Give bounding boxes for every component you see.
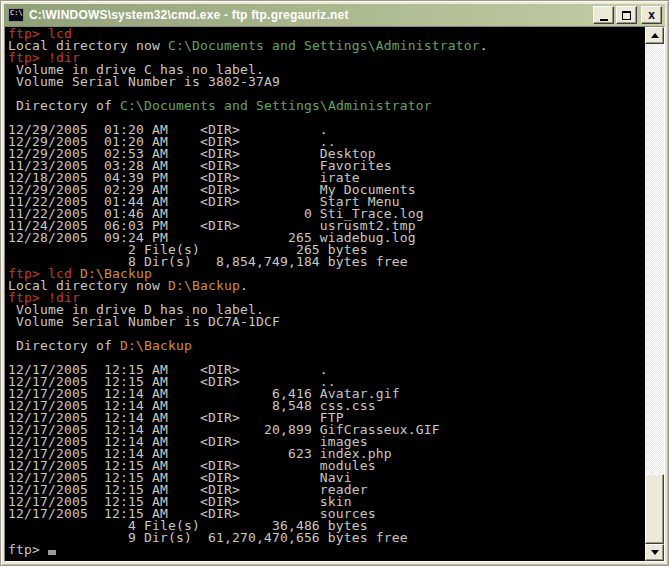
console-line: Directory of D:\Backup xyxy=(8,340,645,352)
console-text-segment: 9 Dir(s) 61,270,470,656 bytes free xyxy=(8,530,408,545)
scroll-up-icon xyxy=(651,33,659,38)
console-text-segment: D:\Backup xyxy=(168,278,240,293)
scrollbar-thumb[interactable] xyxy=(645,474,664,544)
console-line: Local directory now D:\Backup. xyxy=(8,280,645,292)
maximize-icon xyxy=(622,11,631,20)
window-title: C:\WINDOWS\system32\cmd.exe - ftp ftp.gr… xyxy=(29,8,593,22)
console-text-segment: C:\Documents and Settings\Administrator xyxy=(168,38,480,53)
minimize-button[interactable] xyxy=(593,6,614,24)
window-controls: x xyxy=(593,6,662,24)
console-text-segment: D:\Backup xyxy=(120,338,192,353)
console-line: Directory of C:\Documents and Settings\A… xyxy=(8,100,645,112)
console-text-segment: Directory of xyxy=(8,98,120,113)
scroll-up-button[interactable] xyxy=(645,27,664,44)
console-text-segment: . xyxy=(480,38,488,53)
console-line: Volume Serial Number is 3802-37A9 xyxy=(8,76,645,88)
console-text-segment: ftp> xyxy=(8,542,48,557)
vertical-scrollbar xyxy=(645,27,664,561)
titlebar[interactable]: C:\ C:\WINDOWS\system32\cmd.exe - ftp ft… xyxy=(4,4,665,26)
console-line: 9 Dir(s) 61,270,470,656 bytes free xyxy=(8,532,645,544)
cmd-icon: C:\ xyxy=(8,8,24,22)
console-text-segment: Directory of xyxy=(8,338,120,353)
console-line: ftp> xyxy=(8,544,645,556)
scroll-down-icon xyxy=(651,550,659,555)
console-text-segment: Volume Serial Number is DC7A-1DCF xyxy=(8,314,280,329)
console-line: Local directory now C:\Documents and Set… xyxy=(8,40,645,52)
console-area: ftp> lcdLocal directory now C:\Documents… xyxy=(4,26,665,562)
minimize-icon xyxy=(600,19,608,21)
close-icon: x xyxy=(648,10,655,20)
console-text-segment: C:\Documents and Settings\Administrator xyxy=(120,98,432,113)
scrollbar-track[interactable] xyxy=(645,44,664,544)
cmd-window: C:\ C:\WINDOWS\system32\cmd.exe - ftp ft… xyxy=(0,0,669,566)
console-text-segment: . xyxy=(240,278,248,293)
close-button[interactable]: x xyxy=(641,6,662,24)
scroll-down-button[interactable] xyxy=(645,544,664,561)
console-line: Volume Serial Number is DC7A-1DCF xyxy=(8,316,645,328)
maximize-button[interactable] xyxy=(616,6,637,24)
console-output[interactable]: ftp> lcdLocal directory now C:\Documents… xyxy=(5,27,645,561)
text-cursor xyxy=(48,550,56,555)
console-text-segment: Volume Serial Number is 3802-37A9 xyxy=(8,74,280,89)
